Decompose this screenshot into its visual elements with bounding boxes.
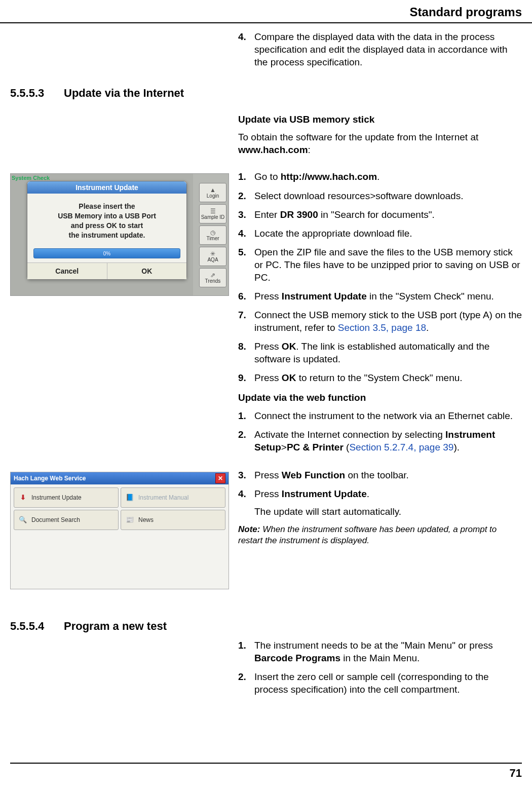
note: Note: When the instrument software has b… bbox=[238, 524, 522, 547]
news-icon: 📰 bbox=[125, 515, 134, 524]
section-5554-heading: 5.5.5.4 Program a new test bbox=[10, 620, 522, 633]
web-step-3: 3.Press Web Function on the toolbar. bbox=[238, 469, 522, 481]
fig1-cancel-button: Cancel bbox=[27, 263, 107, 279]
fig2-tile-document-search: 🔍Document Search bbox=[14, 510, 119, 530]
section-title: Update via the Internet bbox=[64, 87, 184, 100]
fig1-side-trends: ⇗Trends bbox=[199, 268, 226, 287]
web-steps-a: 1.Connect the instrument to the network … bbox=[238, 409, 522, 454]
figure-instrument-update-dialog: System Check ▲Login ☰Sample ID ◷Timer ✳A… bbox=[10, 173, 229, 296]
usb-subhead: Update via USB memory stick bbox=[238, 113, 522, 126]
section-number: 5.5.5.3 bbox=[10, 87, 64, 100]
fig2-tile-instrument-manual: 📘Instrument Manual bbox=[121, 487, 225, 508]
web-subhead: Update via the web function bbox=[238, 391, 522, 404]
usb-step-8: 8.Press OK. The link is established auto… bbox=[238, 340, 522, 365]
sec5554-steps: 1.The instrument needs to be at the "Mai… bbox=[238, 639, 522, 696]
s5554-step-1: 1.The instrument needs to be at the "Mai… bbox=[238, 639, 522, 664]
fig1-dialog-title: Instrument Update bbox=[27, 181, 186, 194]
fig1-side-login: ▲Login bbox=[199, 183, 226, 202]
link-section-3-5[interactable]: Section 3.5, page 18 bbox=[338, 322, 426, 333]
link-section-5-2-7-4[interactable]: Section 5.2.7.4, page 39 bbox=[349, 442, 453, 453]
step-text: Compare the displayed data with the data… bbox=[254, 30, 522, 68]
page-header: Standard programs bbox=[0, 0, 532, 23]
s5554-step-2: 2.Insert the zero cell or sample cell (c… bbox=[238, 670, 522, 696]
usb-step-4: 4.Locate the appropriate download file. bbox=[238, 227, 522, 240]
usb-step-1: 1.Go to http://www.hach.com. bbox=[238, 170, 522, 183]
fig2-tile-news: 📰News bbox=[121, 510, 225, 530]
fig1-dialog: Instrument Update Please insert the USB … bbox=[27, 181, 187, 280]
pdf-icon: ⬇ bbox=[18, 493, 27, 502]
usb-step-7: 7.Connect the USB memory stick to the US… bbox=[238, 309, 522, 334]
fig1-sidebar: ▲Login ☰Sample ID ◷Timer ✳AQA ⇗Trends bbox=[199, 183, 226, 287]
fig2-tile-instrument-update: ⬇Instrument Update bbox=[14, 487, 119, 508]
search-icon: 🔍 bbox=[18, 515, 27, 524]
usb-intro: To obtain the software for the update fr… bbox=[238, 131, 522, 156]
web-step-1: 1.Connect the instrument to the network … bbox=[238, 409, 522, 422]
page-number: 71 bbox=[510, 767, 522, 779]
usb-step-3: 3.Enter DR 3900 in "Search for documents… bbox=[238, 208, 522, 221]
intro-step-4: 4. Compare the displayed data with the d… bbox=[238, 30, 522, 68]
close-icon: ✕ bbox=[215, 473, 225, 483]
web-step-2: 2.Activate the Internet connection by se… bbox=[238, 428, 522, 454]
fig1-dialog-body: Please insert the USB Memory into a USB … bbox=[27, 194, 186, 245]
usb-step-5: 5.Open the ZIP file and save the files t… bbox=[238, 246, 522, 284]
note-text: When the instrument software has been up… bbox=[238, 524, 497, 545]
fig1-side-timer: ◷Timer bbox=[199, 225, 226, 245]
fig1-side-sampleid: ☰Sample ID bbox=[199, 204, 226, 223]
web-steps-b: 3.Press Web Function on the toolbar. 4.P… bbox=[238, 469, 522, 518]
web-step-4: 4.Press Instrument Update.The update wil… bbox=[238, 487, 522, 518]
manual-icon: 📘 bbox=[125, 493, 134, 502]
usb-step-9: 9.Press OK to return to the "System Chec… bbox=[238, 371, 522, 384]
note-label: Note: bbox=[238, 524, 260, 534]
fig1-corner-label: System Check bbox=[12, 175, 50, 181]
section-5553-heading: 5.5.5.3 Update via the Internet bbox=[10, 87, 522, 100]
fig2-title: Hach Lange Web Service bbox=[14, 475, 86, 482]
usb-steps: 1.Go to http://www.hach.com. 2.Select do… bbox=[238, 170, 522, 384]
section-title: Program a new test bbox=[64, 620, 167, 633]
step-number: 4. bbox=[238, 30, 254, 68]
section-number: 5.5.5.4 bbox=[10, 620, 64, 633]
figure-web-service: Hach Lange Web Service ✕ ⬇Instrument Upd… bbox=[10, 472, 229, 589]
page-footer: 71 bbox=[10, 763, 522, 780]
fig1-side-aqa: ✳AQA bbox=[199, 247, 226, 266]
fig1-progress-bar: 0% bbox=[33, 248, 180, 258]
fig1-ok-button: OK bbox=[107, 263, 187, 279]
usb-step-2: 2.Select download resources>software dow… bbox=[238, 190, 522, 202]
usb-step-6: 6.Press Instrument Update in the "System… bbox=[238, 290, 522, 303]
